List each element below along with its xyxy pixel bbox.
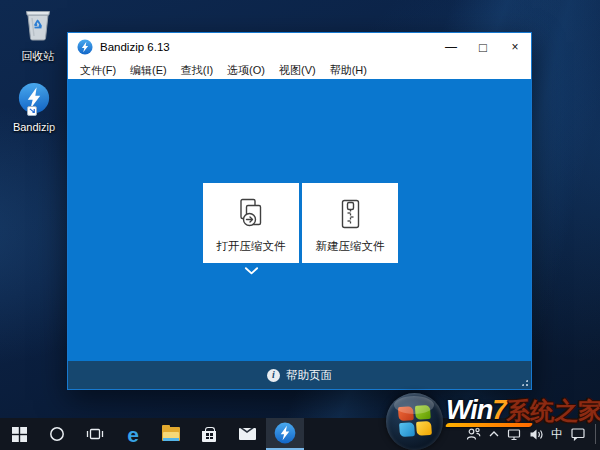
window-title: Bandizip 6.13 [100, 41, 435, 53]
info-icon: i [267, 369, 280, 382]
volume-icon[interactable] [529, 428, 544, 441]
minimize-button[interactable]: — [435, 33, 467, 61]
menu-help[interactable]: 帮助(H) [323, 63, 374, 78]
bandizip-window: Bandizip 6.13 — □ × 文件(F) 编辑(E) 查找(I) 选项… [67, 32, 532, 390]
menu-file[interactable]: 文件(F) [73, 63, 123, 78]
desktop-icon-label: Bandizip [4, 121, 64, 133]
resize-grip[interactable] [520, 378, 529, 387]
network-icon[interactable] [507, 428, 522, 441]
open-archive-tile[interactable]: 打开压缩文件 [203, 183, 299, 263]
task-view-button[interactable] [76, 418, 114, 450]
show-desktop-divider[interactable] [595, 424, 596, 444]
desktop-icon-recycle-bin[interactable]: 回收站 [8, 6, 68, 64]
windows-logo-icon [12, 427, 27, 442]
bandizip-logo-icon [274, 422, 296, 444]
chevron-down-icon[interactable] [244, 266, 259, 276]
title-bar[interactable]: Bandizip 6.13 — □ × [68, 33, 531, 61]
bandizip-app-icon [77, 39, 93, 55]
edge-button[interactable]: e [114, 418, 152, 450]
shortcut-arrow-icon [27, 106, 37, 116]
desktop-icon-bandizip[interactable]: Bandizip [4, 82, 64, 133]
start-button[interactable] [0, 418, 38, 450]
start-tiles: 打开压缩文件 新 [203, 183, 398, 263]
menu-view[interactable]: 视图(V) [272, 63, 323, 78]
menu-edit[interactable]: 编辑(E) [123, 63, 174, 78]
store-bag-icon [202, 431, 216, 442]
system-tray: 中 [466, 418, 596, 450]
folder-icon [162, 427, 180, 441]
help-page-bar[interactable]: i 帮助页面 [68, 361, 531, 389]
desktop-background: 回收站 Bandizip Bandizip 6.13 — □ × [0, 0, 600, 450]
chevron-up-icon[interactable] [488, 429, 500, 439]
mail-envelope-icon [239, 428, 256, 440]
menu-options[interactable]: 选项(O) [220, 63, 272, 78]
cortana-search-button[interactable] [38, 418, 76, 450]
file-explorer-button[interactable] [152, 418, 190, 450]
open-archive-icon [238, 198, 265, 231]
tile-label: 打开压缩文件 [217, 239, 286, 254]
start-screen: 打开压缩文件 新 [68, 79, 531, 361]
action-center-icon[interactable] [570, 427, 586, 441]
people-icon[interactable] [466, 427, 481, 441]
help-page-label: 帮助页面 [286, 368, 332, 383]
tile-label: 新建压缩文件 [316, 239, 385, 254]
close-button[interactable]: × [499, 33, 531, 61]
search-circle-icon [49, 426, 65, 442]
new-archive-tile[interactable]: 新建压缩文件 [302, 183, 398, 263]
mail-button[interactable] [228, 418, 266, 450]
new-archive-icon [337, 198, 364, 231]
bandizip-taskbar-button[interactable] [266, 418, 304, 450]
menu-bar: 文件(F) 编辑(E) 查找(I) 选项(O) 视图(V) 帮助(H) [68, 61, 531, 79]
recycle-bin-icon [22, 6, 54, 42]
ime-indicator[interactable]: 中 [551, 426, 563, 443]
task-view-icon [86, 427, 104, 441]
edge-icon: e [127, 424, 139, 445]
maximize-button[interactable]: □ [467, 33, 499, 61]
desktop-icon-label: 回收站 [8, 49, 68, 64]
menu-find[interactable]: 查找(I) [174, 63, 220, 78]
store-button[interactable] [190, 418, 228, 450]
